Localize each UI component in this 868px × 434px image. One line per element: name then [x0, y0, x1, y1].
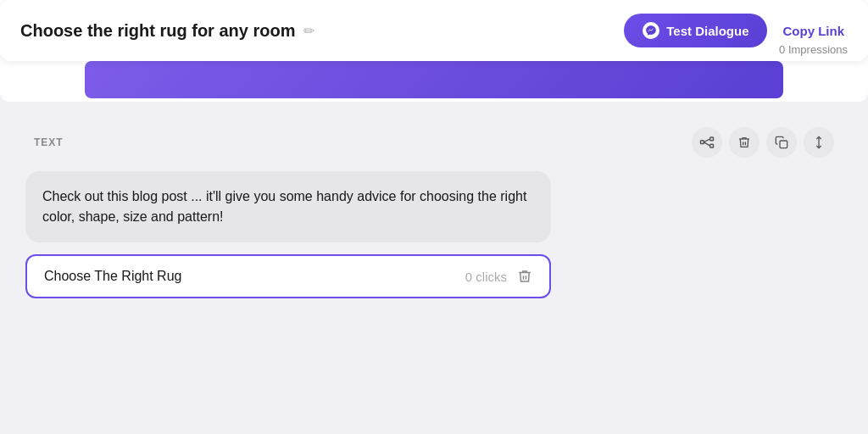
header-left: Choose the right rug for any room ✏: [20, 21, 314, 41]
connect-icon-button[interactable]: [692, 127, 722, 158]
svg-line-4: [704, 142, 710, 147]
test-dialogue-label: Test Dialogue: [666, 24, 748, 38]
impressions-count: 0 Impressions: [779, 43, 848, 56]
svg-rect-1: [710, 137, 714, 141]
svg-rect-0: [701, 141, 704, 144]
purple-bar-wrapper: [0, 61, 868, 98]
copy-link-button[interactable]: Copy Link: [779, 15, 848, 47]
messenger-icon: [643, 22, 659, 39]
copy-icon-button[interactable]: [766, 127, 797, 158]
move-icon-button[interactable]: [804, 127, 834, 158]
svg-rect-5: [780, 141, 787, 148]
svg-rect-2: [710, 144, 714, 147]
text-section-header: TEXT: [25, 127, 843, 158]
button-row-right: 0 clicks: [465, 268, 532, 285]
main-content: TEXT: [0, 110, 868, 315]
page-title: Choose the right rug for any room: [20, 21, 295, 41]
action-icons: [692, 127, 834, 158]
svg-line-3: [704, 139, 710, 142]
test-dialogue-button[interactable]: Test Dialogue: [624, 14, 767, 47]
button-row[interactable]: Choose The Right Rug 0 clicks: [25, 254, 551, 298]
clicks-count: 0 clicks: [465, 270, 507, 284]
header-card: Choose the right rug for any room ✏ Test…: [0, 0, 868, 61]
chat-bubble-text: Check out this blog post ... it'll give …: [42, 189, 526, 224]
edit-icon[interactable]: ✏: [303, 23, 314, 39]
purple-bar: [85, 61, 783, 98]
button-row-delete-button[interactable]: [517, 268, 532, 285]
button-row-label: Choose The Right Rug: [44, 269, 181, 284]
chat-bubble: Check out this blog post ... it'll give …: [25, 171, 551, 242]
header-right: Test Dialogue Copy Link: [624, 14, 848, 47]
delete-icon-button[interactable]: [729, 127, 760, 158]
text-label: TEXT: [34, 136, 64, 148]
